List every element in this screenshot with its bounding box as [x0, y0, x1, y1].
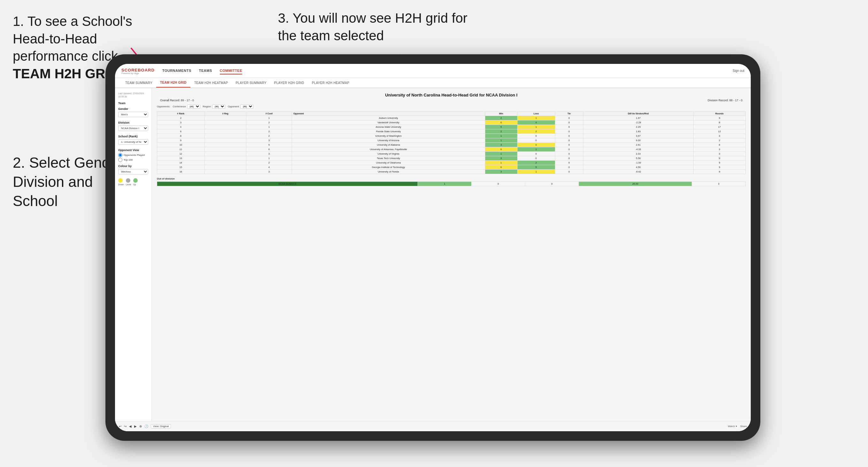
- conf-select[interactable]: (All): [187, 104, 200, 108]
- division-label: Division: [118, 121, 148, 124]
- cell-reg: [205, 156, 246, 161]
- out-div-tie: 0: [525, 182, 579, 186]
- cell-rounds: 17: [693, 125, 745, 129]
- conf-label: Conference: [173, 105, 186, 108]
- subnav-team-summary[interactable]: TEAM SUMMARY: [121, 78, 156, 88]
- cell-conf: 2: [246, 120, 292, 125]
- clock-btn[interactable]: 🕐: [145, 425, 148, 428]
- subnav-team-h2h-heatmap[interactable]: TEAM H2H HEATMAP: [190, 78, 232, 88]
- nav-teams[interactable]: TEAMS: [199, 67, 212, 74]
- cell-opponent: Texas Tech University: [292, 156, 485, 161]
- cell-reg: [205, 169, 246, 174]
- radio-opponents-input[interactable]: [118, 153, 122, 157]
- back-btn[interactable]: ◀: [129, 425, 132, 428]
- cell-conf: 4: [246, 165, 292, 169]
- cell-win: 3: [485, 169, 517, 174]
- legend-level: Level: [126, 183, 131, 186]
- cell-conf: 5: [246, 143, 292, 147]
- out-div-diff: 26.00: [579, 182, 692, 186]
- nav-items: TOURNAMENTS TEAMS COMMITTEE: [162, 67, 733, 74]
- col-opponent: Opponent: [292, 112, 485, 116]
- cell-reg: [205, 143, 246, 147]
- cell-rank: 2: [157, 116, 205, 120]
- sign-out-link[interactable]: Sign out: [733, 69, 744, 72]
- tablet-screen: SCOREBOARD Powered by clippi TOURNAMENTS…: [115, 64, 751, 431]
- cell-opponent: Auburn University: [292, 116, 485, 120]
- cell-diff: 2.29: [583, 125, 693, 129]
- cell-reg: [205, 120, 246, 125]
- nav-committee[interactable]: COMMITTEE: [220, 67, 243, 74]
- cell-rank: 14: [157, 161, 205, 165]
- logo-sub: Powered by clippi: [121, 72, 155, 74]
- opponent-filter: Opponent (All): [228, 104, 253, 108]
- cell-loss: 0: [517, 143, 555, 147]
- cell-conf: 2: [246, 161, 292, 165]
- cell-loss: 1: [517, 169, 555, 174]
- redo-btn[interactable]: ↪: [124, 425, 126, 428]
- cell-reg: [205, 152, 246, 156]
- forward-btn[interactable]: ▶: [134, 425, 137, 428]
- opponent-view-group: Opponents Played Top 100: [118, 153, 148, 162]
- col-conf: # Conf: [246, 112, 292, 116]
- gender-select[interactable]: Men's: [118, 112, 148, 117]
- col-rank: # Rank: [157, 112, 205, 116]
- cell-rank: 12: [157, 152, 205, 156]
- radio-top100-input[interactable]: [118, 158, 122, 162]
- subnav-player-h2h-heatmap[interactable]: PLAYER H2H HEATMAP: [308, 78, 353, 88]
- cell-win: 1: [485, 161, 517, 165]
- col-reg: # Reg: [205, 112, 246, 116]
- cell-win: 0: [485, 165, 517, 169]
- division-select[interactable]: NCAA Division I: [118, 126, 148, 131]
- cell-win: 0: [485, 120, 517, 125]
- cell-rounds: 9: [693, 161, 745, 165]
- sub-navbar: TEAM SUMMARY TEAM H2H GRID TEAM H2H HEAT…: [115, 78, 751, 88]
- ann2-line3: School: [13, 193, 58, 209]
- cell-rank: 15: [157, 165, 205, 169]
- cell-opponent: University of Alabama: [292, 143, 485, 147]
- cell-diff: -2.29: [583, 120, 693, 125]
- cell-rank: 4: [157, 125, 205, 129]
- cell-opponent: University of Virginia: [292, 152, 485, 156]
- filter-row: Opponents: Conference (All) Region (All): [157, 104, 746, 108]
- cell-loss: 0: [517, 138, 555, 143]
- subnav-player-summary[interactable]: PLAYER SUMMARY: [232, 78, 271, 88]
- h2h-table: # Rank # Reg # Conf Opponent Win Loss Ti…: [157, 111, 746, 174]
- cell-win: 3: [485, 156, 517, 161]
- colour-by-select[interactable]: Win/loss: [118, 169, 148, 175]
- watch-btn[interactable]: Watch ▾: [728, 425, 737, 428]
- view-original-btn[interactable]: View: Original: [151, 424, 171, 428]
- cell-loss: 1: [517, 147, 555, 152]
- cell-loss: 2: [517, 129, 555, 134]
- radio-top100-label: Top 100: [124, 158, 132, 161]
- table-row: 16 3 University of Florida 3 1 0 -6.42 9: [157, 169, 746, 174]
- cell-tie: 0: [555, 143, 583, 147]
- undo-btn[interactable]: ↩: [119, 425, 121, 428]
- cell-rounds: 8: [693, 120, 745, 125]
- cell-tie: 0: [555, 116, 583, 120]
- legend-down: Down: [118, 183, 124, 186]
- cell-tie: 0: [555, 125, 583, 129]
- school-select[interactable]: 1. University of Nort...: [118, 139, 148, 145]
- cell-diff: -6.42: [583, 169, 693, 174]
- cell-win: 2: [485, 116, 517, 120]
- zoom-btn[interactable]: ⊕: [139, 425, 142, 428]
- region-select[interactable]: (All): [212, 104, 225, 108]
- table-row: 4 1 Arizona State University 5 1 0 2.29 …: [157, 125, 746, 129]
- cell-conf: 6: [246, 147, 292, 152]
- region-label: Region: [203, 105, 211, 108]
- cell-rounds: 9: [693, 116, 745, 120]
- subnav-player-h2h-grid[interactable]: PLAYER H2H GRID: [270, 78, 308, 88]
- color-dot-level: [126, 178, 130, 183]
- ann1-bold: TEAM H2H GRID: [13, 66, 119, 81]
- cell-rounds: 9: [693, 165, 745, 169]
- gender-label: Gender: [118, 107, 148, 111]
- share-btn[interactable]: Share: [740, 425, 747, 428]
- cell-rounds: 9: [693, 169, 745, 174]
- col-diff: Diff Av Strokes/Rnd: [583, 112, 693, 116]
- cell-loss: 1: [517, 125, 555, 129]
- logo-area: SCOREBOARD Powered by clippi: [121, 67, 155, 74]
- col-win: Win: [485, 112, 517, 116]
- subnav-team-h2h-grid[interactable]: TEAM H2H GRID: [156, 78, 190, 88]
- opponent-select[interactable]: (All): [240, 104, 253, 108]
- nav-tournaments[interactable]: TOURNAMENTS: [162, 67, 191, 74]
